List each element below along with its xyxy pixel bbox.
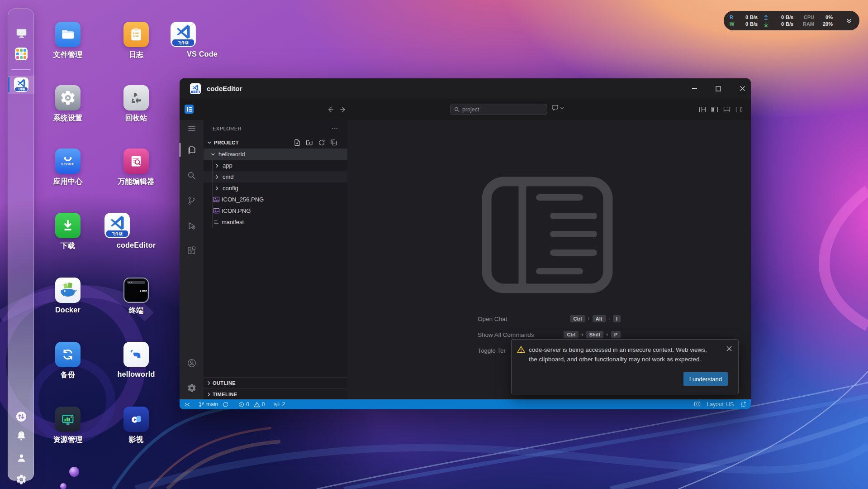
activitybar-search-icon[interactable] bbox=[180, 170, 204, 181]
key-badge: P bbox=[611, 331, 621, 338]
tree-item-config[interactable]: config bbox=[204, 182, 347, 194]
editor-toolbar: project bbox=[180, 99, 751, 120]
project-section-header[interactable]: PROJECT bbox=[204, 137, 347, 149]
status-remote-indicator[interactable] bbox=[184, 402, 190, 408]
status-sync-icon[interactable] bbox=[223, 402, 228, 408]
desktop-icon-helloworld[interactable]: helloworld bbox=[104, 342, 168, 379]
collapse-folders-icon[interactable] bbox=[330, 139, 337, 146]
status-bar[interactable]: main002Layout: US bbox=[180, 399, 751, 409]
desktop-icon-editor[interactable]: 万能编辑器 bbox=[104, 149, 168, 187]
vscode-icon: 飞牛版 bbox=[104, 213, 130, 238]
tree-item-app[interactable]: app bbox=[204, 160, 347, 171]
dock-dock-settings[interactable] bbox=[8, 474, 34, 485]
desktop-icon-docker[interactable]: Docker bbox=[36, 278, 100, 314]
desktop-icon-settings[interactable]: 系统设置 bbox=[36, 85, 100, 123]
chevron-down-icon bbox=[560, 106, 564, 110]
chat-button[interactable] bbox=[551, 104, 564, 112]
project-section-title: PROJECT bbox=[214, 140, 239, 145]
monitor-expand-chevron-icon[interactable] bbox=[844, 18, 854, 24]
desktop-icon-file-manager[interactable]: 文件管理 bbox=[36, 22, 100, 60]
shortcut-label: Show All Commands bbox=[478, 331, 534, 338]
dock-user-account[interactable] bbox=[8, 452, 34, 464]
activitybar-menu-icon[interactable] bbox=[180, 123, 204, 134]
desktop-icon-terminal[interactable]: FntermX终端 bbox=[104, 278, 168, 316]
status-warnings[interactable]: 0 bbox=[254, 401, 265, 408]
dock-notifications[interactable] bbox=[8, 430, 34, 442]
new-file-icon[interactable] bbox=[294, 139, 301, 146]
desktop-icon-codeeditor[interactable]: 飞牛版codeEditor bbox=[104, 213, 168, 249]
logs-icon bbox=[123, 22, 149, 47]
desktop-icon-label: helloworld bbox=[104, 370, 168, 379]
activitybar-source-control-icon[interactable] bbox=[180, 195, 204, 206]
dock-network-transfer[interactable] bbox=[8, 410, 34, 423]
backup-icon bbox=[55, 342, 81, 367]
fn-menu-icon[interactable] bbox=[185, 105, 194, 114]
desktop-icon-label: 下载 bbox=[36, 241, 100, 251]
editor-icon bbox=[123, 149, 149, 174]
outline-title: OUTLINE bbox=[213, 380, 236, 386]
back-button[interactable] bbox=[327, 106, 334, 113]
refresh-icon[interactable] bbox=[318, 139, 325, 146]
window-titlebar[interactable]: 飞牛版 codeEditor bbox=[180, 78, 751, 99]
desktop-icon-resource-monitor[interactable]: 资源管理 bbox=[36, 407, 100, 445]
new-folder-icon[interactable] bbox=[306, 139, 313, 146]
outline-section[interactable]: OUTLINE bbox=[204, 377, 347, 388]
warning-icon bbox=[517, 346, 525, 353]
tree-item-helloworld[interactable]: helloworld bbox=[204, 149, 347, 160]
status-bell-icon[interactable] bbox=[740, 401, 746, 408]
terminal-icon: FntermX bbox=[123, 278, 149, 303]
i-understand-button[interactable]: I understand bbox=[683, 372, 728, 386]
desktop-icon-vscode[interactable]: 飞牛版VS Code bbox=[171, 22, 234, 58]
status-ports[interactable]: 2 bbox=[274, 401, 285, 408]
tree-item-ICON.PNG[interactable]: ICON.PNG bbox=[204, 205, 347, 216]
activitybar-extensions-icon[interactable] bbox=[180, 245, 204, 256]
toggle-panel-icon[interactable] bbox=[723, 106, 730, 113]
timeline-section[interactable]: TIMELINE bbox=[204, 388, 347, 399]
tree-item-ICON_256.PNG[interactable]: ICON_256.PNG bbox=[204, 194, 347, 205]
shortcut-row: Open ChatCtrl+Alt+I bbox=[478, 313, 621, 324]
desktop-icon-logs[interactable]: 日志 bbox=[104, 22, 168, 60]
activitybar-run-debug-icon[interactable] bbox=[180, 220, 204, 231]
system-monitor-widget[interactable]: R 0B/s 0B/s CPU0% W 0B/s 0B/s RAM20% bbox=[724, 11, 859, 30]
monitor-row: W 0B/s 0B/s RAM20% bbox=[730, 21, 844, 27]
activitybar-account-icon[interactable] bbox=[180, 358, 204, 369]
activitybar-settings-gear-icon[interactable] bbox=[180, 383, 204, 393]
desktop-icon-label: 万能编辑器 bbox=[104, 177, 168, 187]
explorer-sidebar: EXPLORER ··· PROJECT helloworldappcmdcon… bbox=[204, 120, 347, 399]
tree-item-label: helloworld bbox=[218, 151, 245, 158]
desktop-icon-download[interactable]: 下载 bbox=[36, 213, 100, 251]
close-button[interactable] bbox=[735, 78, 749, 99]
chevron-right-icon bbox=[213, 163, 221, 168]
status-errors[interactable]: 0 bbox=[238, 401, 249, 408]
helloworld-icon bbox=[123, 342, 149, 367]
tree-item-manifest[interactable]: manifest bbox=[204, 216, 347, 228]
forward-button[interactable] bbox=[340, 106, 347, 113]
toggle-sidebar-icon[interactable] bbox=[711, 106, 718, 113]
dock-codeeditor-running[interactable]: 飞牛版 bbox=[8, 77, 34, 92]
desktop-icon-backup[interactable]: 备份 bbox=[36, 342, 100, 380]
toast-message-line2: the clipboard, and other functionality m… bbox=[529, 356, 701, 363]
shortcut-label: Open Chat bbox=[478, 316, 507, 322]
dock-app-launcher[interactable] bbox=[8, 48, 34, 60]
vscode-icon: 飞牛版 bbox=[171, 22, 196, 47]
tree-item-cmd[interactable]: cmd bbox=[204, 171, 347, 182]
explorer-more-icon[interactable]: ··· bbox=[332, 126, 338, 131]
customize-layout-icon[interactable] bbox=[699, 106, 706, 113]
vscode-icon: 飞牛版 bbox=[14, 77, 28, 92]
tree-item-label: manifest bbox=[222, 219, 244, 225]
desktop-icon-app-store[interactable]: STORE应用中心 bbox=[36, 149, 100, 187]
toast-close-icon[interactable] bbox=[726, 346, 732, 351]
maximize-button[interactable] bbox=[711, 78, 725, 99]
status-layout[interactable]: Layout: US bbox=[707, 401, 734, 408]
indent-guide bbox=[212, 160, 213, 228]
toggle-secondary-sidebar-icon[interactable] bbox=[735, 106, 743, 113]
status-feedback-icon[interactable] bbox=[694, 401, 701, 408]
status-branch[interactable]: main bbox=[199, 401, 218, 408]
desktop-icon-video[interactable]: 影视 bbox=[104, 407, 168, 445]
dock-show-desktop[interactable] bbox=[8, 27, 34, 39]
desktop-icon-recycle-bin[interactable]: 回收站 bbox=[104, 85, 168, 123]
minimize-button[interactable] bbox=[688, 78, 701, 99]
command-center-search[interactable]: project bbox=[450, 104, 547, 115]
activitybar-explorer-icon[interactable] bbox=[180, 144, 204, 155]
key-badge: I bbox=[613, 315, 621, 322]
